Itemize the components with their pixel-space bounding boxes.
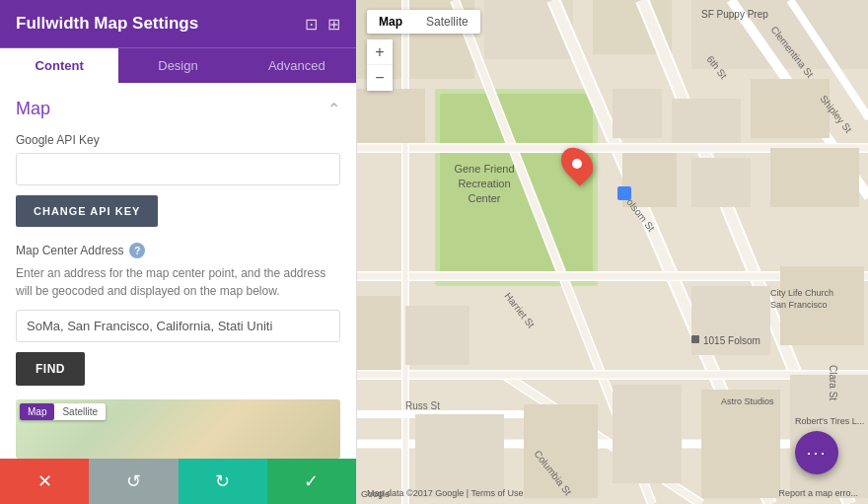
change-api-button[interactable]: CHANGE API KEY — [16, 195, 158, 227]
tabs: Content Design Advanced — [0, 47, 356, 83]
find-button[interactable]: FIND — [16, 352, 85, 386]
svg-rect-55 — [691, 335, 699, 343]
help-text: Enter an address for the map center poin… — [16, 264, 340, 300]
svg-rect-30 — [405, 306, 470, 365]
tab-design[interactable]: Design — [118, 48, 237, 83]
mini-tab-satellite[interactable]: Satellite — [54, 403, 106, 420]
redo-button[interactable]: ↻ — [179, 459, 267, 504]
address-input[interactable] — [16, 310, 340, 342]
grid-icon[interactable]: ⊞ — [327, 15, 340, 34]
api-key-input[interactable] — [16, 153, 340, 185]
mini-map-preview: Map Satellite — [16, 399, 340, 459]
mini-tab-map[interactable]: Map — [20, 403, 54, 420]
map-report[interactable]: Report a map erro... — [778, 488, 858, 498]
svg-text:1015 Folsom: 1015 Folsom — [703, 335, 760, 346]
undo-button[interactable]: ↺ — [89, 459, 178, 504]
map-area: Gene Friend Recreation Center 6th St Fol… — [357, 0, 868, 504]
svg-rect-32 — [672, 99, 741, 143]
svg-rect-33 — [751, 79, 830, 138]
svg-text:Recreation: Recreation — [458, 178, 510, 189]
left-panel: Fullwidth Map Settings ⊡ ⊞ Content Desig… — [0, 0, 357, 504]
mini-map-tabs: Map Satellite — [20, 403, 106, 420]
main-layout: Fullwidth Map Settings ⊡ ⊞ Content Desig… — [0, 0, 868, 504]
confirm-button[interactable]: ✓ — [267, 459, 356, 504]
tab-content[interactable]: Content — [0, 48, 118, 83]
zoom-controls: + − — [367, 39, 393, 91]
header-icons: ⊡ ⊞ — [305, 15, 340, 34]
svg-text:Astro Studios: Astro Studios — [721, 396, 774, 406]
map-tab-map[interactable]: Map — [367, 10, 414, 34]
map-pin — [563, 146, 591, 181]
svg-text:Gene Friend: Gene Friend — [454, 163, 514, 175]
svg-text:SF Puppy Prep: SF Puppy Prep — [701, 9, 768, 20]
zoom-out-button[interactable]: − — [367, 65, 393, 91]
tab-advanced[interactable]: Advanced — [238, 48, 356, 83]
window-icon[interactable]: ⊡ — [305, 15, 318, 34]
svg-rect-34 — [691, 158, 751, 207]
map-tab-satellite[interactable]: Satellite — [414, 10, 480, 34]
svg-rect-38 — [415, 414, 504, 498]
fab-button[interactable]: ··· — [795, 431, 838, 474]
map-center-row: Map Center Address ? — [16, 243, 340, 258]
svg-text:Russ St: Russ St — [405, 400, 440, 411]
svg-rect-40 — [613, 385, 682, 483]
svg-text:Center: Center — [468, 192, 500, 204]
svg-rect-28 — [613, 89, 662, 138]
action-bar: ✕ ↺ ↻ ✓ — [0, 459, 356, 504]
section-title: Map — [16, 99, 50, 119]
zoom-in-button[interactable]: + — [367, 39, 393, 65]
svg-rect-31 — [357, 296, 400, 370]
map-center-label: Map Center Address — [16, 244, 123, 257]
api-key-label: Google API Key — [16, 133, 340, 147]
svg-rect-27 — [357, 89, 425, 143]
section-header: Map ⌃ — [16, 99, 340, 119]
panel-header: Fullwidth Map Settings ⊡ ⊞ — [0, 0, 356, 47]
pin-inner — [572, 159, 582, 169]
cancel-button[interactable]: ✕ — [0, 459, 89, 504]
map-background: Gene Friend Recreation Center 6th St Fol… — [357, 0, 868, 504]
panel-content: Map ⌃ Google API Key CHANGE API KEY Map … — [0, 83, 356, 459]
svg-rect-35 — [770, 148, 859, 207]
panel-title: Fullwidth Map Settings — [16, 14, 198, 34]
blue-marker — [617, 186, 631, 200]
svg-text:Robert's Tires L...: Robert's Tires L... — [795, 416, 864, 426]
help-icon[interactable]: ? — [129, 243, 145, 258]
map-attribution: Map data ©2017 Google | Terms of Use — [367, 488, 523, 498]
section-toggle-icon[interactable]: ⌃ — [327, 100, 340, 118]
map-type-tabs: Map Satellite — [367, 10, 480, 34]
svg-text:San Francisco: San Francisco — [770, 300, 828, 310]
svg-text:Clara St: Clara St — [828, 365, 838, 400]
svg-text:City Life Church: City Life Church — [770, 288, 833, 298]
